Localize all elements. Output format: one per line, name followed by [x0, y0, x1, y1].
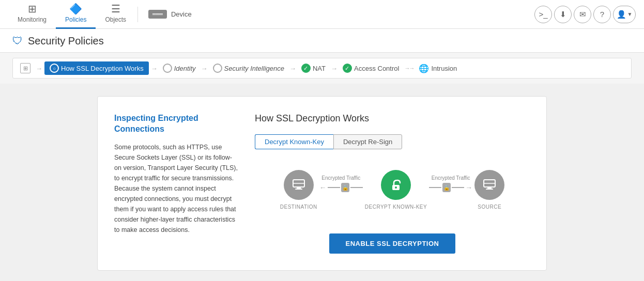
arrow-left-icon: ←	[319, 183, 327, 192]
decrypt-label: DECRYPT KNOWN-KEY	[365, 204, 427, 210]
line-bar-right2	[452, 187, 464, 188]
ssl-circle-icon: ○	[50, 64, 59, 73]
step-intrusion[interactable]: 🌐 Intrusion	[416, 64, 460, 73]
arrow-4: →	[288, 65, 297, 72]
breadcrumb-home[interactable]: ⊞	[17, 63, 34, 73]
right-conn-label: Encrypted Traffic	[432, 175, 470, 181]
top-nav-right: >_ ⬇ ✉ ? 👤 ▼	[534, 6, 636, 23]
left-connector: Encrypted Traffic ← 🔒	[317, 175, 365, 205]
device-section: ═══ Device	[140, 10, 200, 19]
left-conn-label: Encrypted Traffic	[321, 175, 360, 181]
step-security-intelligence[interactable]: Security Intelligence	[210, 64, 287, 73]
line-bar-left1	[328, 187, 340, 188]
right-panel: How SSL Decryption Works Decrypt Known-K…	[255, 113, 530, 254]
decrypt-icon	[381, 170, 411, 200]
arrow-5: →	[330, 65, 339, 72]
svg-rect-1	[297, 187, 301, 189]
step-access-control[interactable]: ✓ Access Control	[340, 64, 402, 73]
nav-item-monitoring[interactable]: ⊞ Monitoring	[8, 0, 56, 29]
step-nat[interactable]: ✓ NAT	[298, 64, 329, 73]
intrusion-label: Intrusion	[431, 65, 457, 72]
ssl-label: How SSL Decryption Works	[61, 65, 144, 72]
source-icon	[474, 170, 504, 200]
access-circle: ✓	[343, 64, 352, 73]
policies-icon: 🔷	[69, 4, 82, 14]
monitoring-icon: ⊞	[28, 4, 37, 14]
nav-item-objects[interactable]: ☰ Objects	[96, 0, 135, 29]
arrow-1: →	[35, 65, 43, 72]
monitoring-label: Monitoring	[18, 16, 47, 23]
identity-circle	[163, 64, 172, 73]
source-label: SOURCE	[478, 204, 501, 210]
main-content: Inspecting Encrypted Connections Some pr…	[0, 84, 644, 281]
objects-label: Objects	[105, 16, 126, 23]
arrow-right-icon: →	[465, 183, 472, 192]
source-monitor-icon	[482, 178, 497, 192]
device-label: Device	[171, 10, 192, 18]
user-icon: 👤	[617, 10, 626, 19]
svg-rect-8	[486, 189, 493, 190]
destination-monitor-icon	[292, 178, 306, 192]
user-button[interactable]: 👤 ▼	[613, 6, 636, 23]
security-intel-circle	[213, 64, 222, 73]
page-title: Security Policies	[28, 35, 104, 47]
right-heading: How SSL Decryption Works	[255, 113, 530, 124]
arrow-2: →	[150, 65, 159, 72]
lock-icon-right: 🔒	[442, 183, 451, 192]
arrow-3: →	[200, 65, 209, 72]
tab-decrypt-re-sign[interactable]: Decrypt Re-Sign	[333, 134, 402, 149]
source-node: SOURCE	[474, 170, 504, 210]
decrypt-node: DECRYPT KNOWN-KEY	[365, 170, 427, 210]
objects-icon: ☰	[111, 4, 120, 14]
arrow-6: →→	[403, 65, 415, 71]
step-identity[interactable]: Identity	[160, 64, 199, 73]
step-nav: ⊞ → ○ How SSL Decryption Works → Identit…	[12, 58, 632, 79]
lock-icon-left: 🔒	[341, 183, 349, 192]
destination-label: DESTINATION	[280, 204, 317, 210]
breadcrumb-icon: ⊞	[20, 63, 30, 73]
left-conn-line: ← 🔒	[319, 183, 363, 192]
help-button[interactable]: ?	[593, 6, 611, 23]
page-header: 🛡 Security Policies	[0, 29, 644, 53]
unlock-icon	[389, 178, 403, 192]
destination-node: DESTINATION	[280, 170, 317, 210]
svg-point-5	[395, 186, 397, 189]
right-connector: Encrypted Traffic 🔒 →	[427, 175, 474, 205]
nav-item-policies[interactable]: 🔷 Policies	[56, 0, 96, 29]
identity-label: Identity	[174, 65, 196, 72]
content-card: Inspecting Encrypted Connections Some pr…	[97, 96, 547, 271]
enable-ssl-button[interactable]: ENABLE SSL DECRYPTION	[329, 233, 456, 254]
svg-rect-7	[487, 187, 492, 189]
nav-divider	[137, 7, 138, 22]
nav-items: ⊞ Monitoring 🔷 Policies ☰ Objects ═══ De…	[8, 0, 534, 29]
user-chevron-icon: ▼	[627, 11, 633, 17]
destination-icon	[284, 170, 314, 200]
page-title-row: 🛡 Security Policies	[12, 35, 632, 52]
policies-label: Policies	[65, 16, 86, 23]
nat-label: NAT	[313, 65, 326, 72]
step-nav-wrap: ⊞ → ○ How SSL Decryption Works → Identit…	[0, 53, 644, 84]
access-label: Access Control	[354, 65, 399, 72]
left-panel: Inspecting Encrypted Connections Some pr…	[114, 113, 238, 254]
intrusion-icon: 🌐	[419, 64, 429, 73]
device-icon: ═══	[148, 10, 167, 19]
mail-button[interactable]: ✉	[574, 6, 591, 23]
left-body: Some protocols, such as HTTPS, use Secur…	[114, 142, 238, 235]
nat-circle: ✓	[301, 64, 311, 73]
tab-decrypt-known-key[interactable]: Decrypt Known-Key	[255, 134, 333, 149]
download-button[interactable]: ⬇	[554, 6, 572, 23]
line-bar-right1	[429, 187, 441, 188]
top-navigation: ⊞ Monitoring 🔷 Policies ☰ Objects ═══ De…	[0, 0, 644, 29]
security-intel-label: Security Intelligence	[224, 65, 284, 72]
left-heading: Inspecting Encrypted Connections	[114, 113, 238, 135]
shield-icon: 🛡	[12, 35, 23, 47]
line-bar-left2	[350, 187, 363, 188]
svg-rect-2	[295, 189, 302, 190]
terminal-button[interactable]: >_	[534, 6, 552, 23]
step-ssl-decryption[interactable]: ○ How SSL Decryption Works	[44, 61, 149, 75]
ssl-diagram: DESTINATION Encrypted Traffic ← 🔒	[255, 165, 530, 215]
tab-row: Decrypt Known-Key Decrypt Re-Sign	[255, 134, 530, 149]
right-conn-line: 🔒 →	[429, 183, 472, 192]
